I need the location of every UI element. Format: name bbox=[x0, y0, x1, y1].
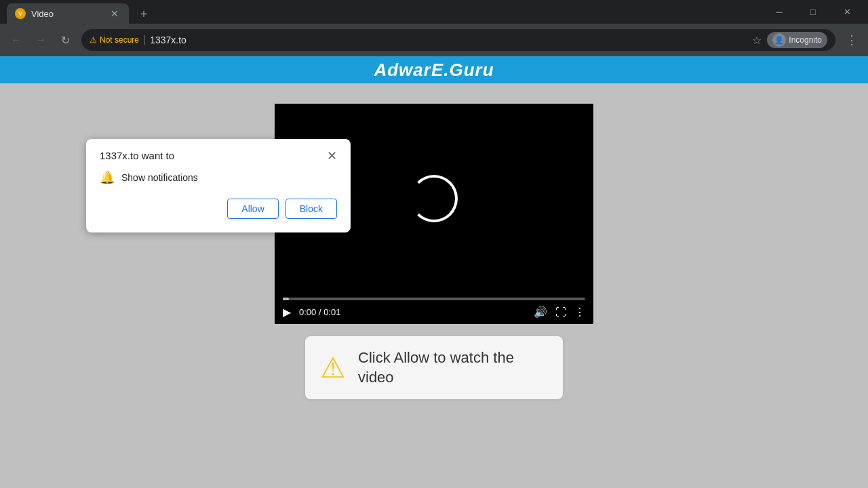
more-options-button[interactable]: ⋮ bbox=[574, 306, 585, 319]
block-button[interactable]: Block bbox=[285, 199, 337, 219]
incognito-icon: 👤 bbox=[772, 33, 786, 47]
active-tab[interactable]: V Video ✕ bbox=[7, 3, 129, 24]
url-display: 1337x.to bbox=[150, 35, 186, 45]
security-icon: ⚠ Not secure bbox=[90, 35, 139, 45]
permission-label: Show notifications bbox=[121, 172, 198, 183]
minimize-button[interactable]: ─ bbox=[764, 0, 795, 24]
loading-spinner bbox=[410, 175, 458, 222]
warning-icon: ⚠ bbox=[320, 354, 346, 382]
window-close-button[interactable]: ✕ bbox=[831, 0, 863, 24]
window-controls: ─ □ ✕ bbox=[764, 0, 868, 24]
profile-label: Incognito bbox=[789, 35, 822, 45]
tab-strip: V Video ✕ + bbox=[0, 0, 153, 24]
url-divider: | bbox=[143, 34, 146, 46]
tab-close-button[interactable]: ✕ bbox=[108, 7, 121, 20]
back-button[interactable]: ← bbox=[5, 29, 27, 51]
bell-icon: 🔔 bbox=[100, 170, 115, 185]
fullscreen-button[interactable]: ⛶ bbox=[555, 306, 566, 319]
reload-button[interactable]: ↻ bbox=[54, 29, 76, 51]
notification-buttons: Allow Block bbox=[100, 199, 337, 219]
mute-button[interactable]: 🔊 bbox=[534, 306, 547, 319]
play-button[interactable]: ▶ bbox=[283, 306, 291, 319]
notification-header: 1337x.to want to ✕ bbox=[100, 150, 337, 162]
progress-fill bbox=[283, 298, 289, 300]
tab-title: Video bbox=[31, 9, 103, 19]
security-text: Not secure bbox=[100, 35, 139, 45]
warning-box: ⚠ Click Allow to watch the video bbox=[305, 336, 563, 399]
progress-bar[interactable] bbox=[283, 298, 585, 300]
address-bar: ← → ↻ ⚠ Not secure | 1337x.to ☆ 👤 Incogn… bbox=[0, 24, 868, 56]
profile-button[interactable]: 👤 Incognito bbox=[767, 32, 827, 48]
omnibox-actions: ☆ 👤 Incognito bbox=[752, 32, 827, 48]
new-tab-button[interactable]: + bbox=[134, 5, 153, 24]
omnibox[interactable]: ⚠ Not secure | 1337x.to ☆ 👤 Incognito bbox=[81, 29, 835, 51]
bookmark-button[interactable]: ☆ bbox=[752, 34, 762, 47]
tab-favicon: V bbox=[15, 8, 26, 19]
notification-title: 1337x.to want to bbox=[100, 150, 174, 161]
time-display: 0:00 / 0:01 bbox=[299, 307, 340, 317]
page-content: 1337x.to want to ✕ 🔔 Show notifications … bbox=[0, 83, 868, 488]
title-bar: V Video ✕ + ─ □ ✕ bbox=[0, 0, 868, 24]
notification-popup: 1337x.to want to ✕ 🔔 Show notifications … bbox=[86, 139, 351, 232]
allow-button[interactable]: Allow bbox=[227, 199, 278, 219]
controls-row: ▶ 0:00 / 0:01 🔊 ⛶ ⋮ bbox=[283, 306, 585, 319]
warning-text: Click Allow to watch the video bbox=[358, 348, 548, 387]
warning-triangle-icon: ⚠ bbox=[90, 35, 97, 45]
video-controls: ▶ 0:00 / 0:01 🔊 ⛶ ⋮ bbox=[275, 293, 593, 324]
maximize-button[interactable]: □ bbox=[797, 0, 829, 24]
chrome-menu-button[interactable]: ⋮ bbox=[841, 29, 863, 51]
notification-close-button[interactable]: ✕ bbox=[327, 150, 337, 162]
forward-button[interactable]: → bbox=[30, 29, 52, 51]
adware-header: AdwarE.Guru bbox=[0, 56, 868, 83]
notification-permission-row: 🔔 Show notifications bbox=[100, 170, 337, 185]
adware-logo: AdwarE.Guru bbox=[374, 60, 494, 81]
